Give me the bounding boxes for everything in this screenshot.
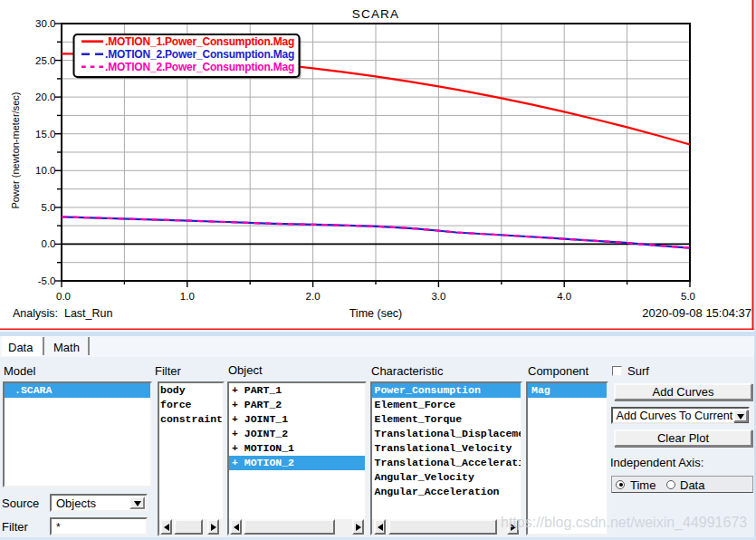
svg-text:3.0: 3.0	[431, 291, 445, 302]
svg-text:2020-09-08 15:04:37: 2020-09-08 15:04:37	[642, 306, 751, 320]
svg-text:Power (newton-meter/sec): Power (newton-meter/sec)	[10, 92, 21, 209]
svg-text:1.0: 1.0	[180, 291, 195, 302]
svg-text:25.0: 25.0	[35, 55, 55, 66]
svg-text:.MOTION_2.Power_Consumption.Ma: .MOTION_2.Power_Consumption.Mag	[105, 61, 294, 73]
svg-text:5.0: 5.0	[42, 202, 56, 213]
svg-text:30.0: 30.0	[35, 18, 55, 29]
svg-text:.MOTION_2.Power_Consumption.Ma: .MOTION_2.Power_Consumption.Mag	[105, 48, 294, 61]
svg-text:10.0: 10.0	[35, 165, 55, 176]
svg-text:0.0: 0.0	[42, 238, 56, 249]
svg-text:.MOTION_1.Power_Consumption.Ma: .MOTION_1.Power_Consumption.Mag	[105, 35, 294, 48]
svg-text:5.0: 5.0	[681, 291, 695, 302]
svg-text:2.0: 2.0	[306, 291, 321, 302]
svg-text:4.0: 4.0	[557, 291, 571, 302]
svg-text:Analysis: Last_Run: Analysis: Last_Run	[13, 307, 113, 320]
svg-text:20.0: 20.0	[35, 92, 55, 102]
svg-text:15.0: 15.0	[35, 129, 55, 140]
svg-text:-5.0: -5.0	[38, 275, 56, 286]
svg-text:0.0: 0.0	[56, 291, 71, 302]
svg-text:Time (sec): Time (sec)	[349, 307, 403, 320]
svg-text:SCARA: SCARA	[352, 7, 400, 21]
